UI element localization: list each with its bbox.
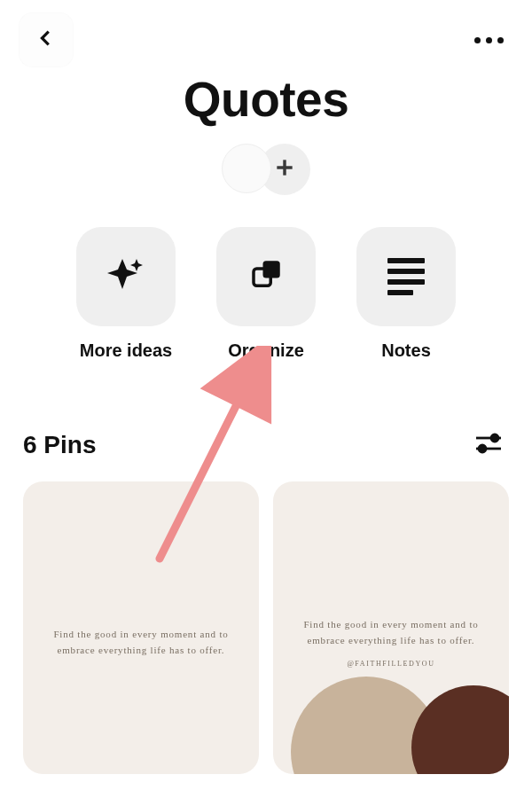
plus-icon [273,156,296,183]
pin-quote: Find the good in every moment and to emb… [47,626,236,659]
board-actions-row: More ideas Organize Notes [0,227,532,361]
pin-card[interactable]: Find the good in every moment and to emb… [273,481,509,774]
pin-card[interactable]: Find the good in every moment and to emb… [23,481,259,774]
top-bar [0,0,532,62]
avatar[interactable] [222,144,271,193]
dot-icon [486,37,492,43]
organize-button[interactable]: Organize [208,227,324,361]
sliders-icon [473,446,504,461]
pins-grid: Find the good in every moment and to emb… [0,467,532,774]
sparkle-icon [105,254,147,300]
svg-point-7 [479,445,486,452]
chevron-left-icon [36,28,56,51]
notes-button[interactable]: Notes [348,227,464,361]
dot-icon [474,37,481,43]
pin-handle: @FAITHFILLEDYOU [297,657,486,669]
more-ideas-button[interactable]: More ideas [68,227,184,361]
back-button[interactable] [20,13,73,66]
decorative-shape [411,685,509,774]
svg-rect-3 [263,261,280,278]
more-ideas-label: More ideas [80,340,172,361]
organize-icon [247,256,285,297]
svg-point-5 [491,434,498,442]
organize-label: Organize [228,340,304,361]
collaborators-row [0,144,532,195]
more-options-button[interactable] [466,28,512,52]
pin-quote: Find the good in every moment and to emb… [297,615,486,669]
pins-header: 6 Pins [0,423,532,467]
notes-label: Notes [381,340,431,361]
filter-button[interactable] [468,423,509,467]
dot-icon [497,37,504,43]
board-title: Quotes [0,71,532,128]
notes-icon [387,258,425,295]
pin-count: 6 Pins [23,431,96,459]
